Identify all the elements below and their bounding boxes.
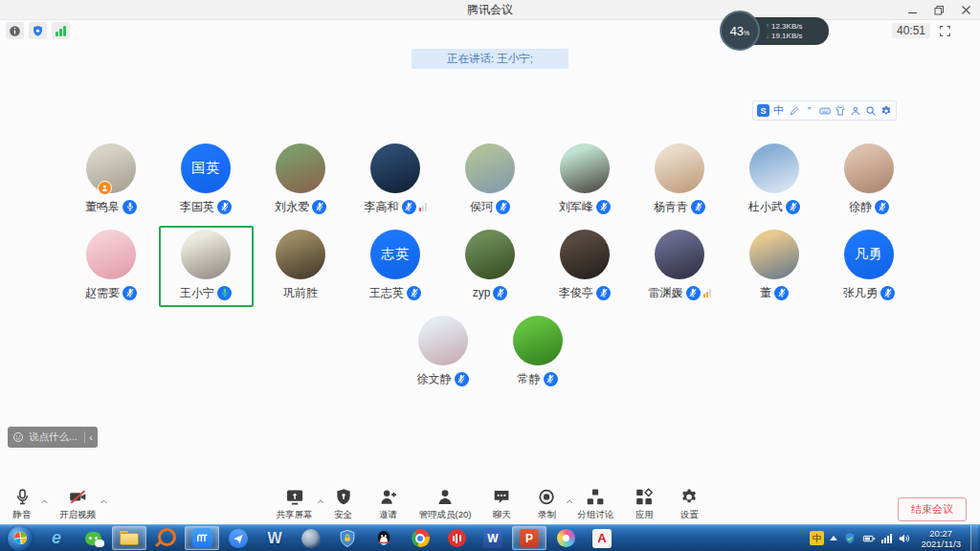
volume-icon[interactable]	[898, 532, 911, 545]
participant-tile[interactable]: 赵需要	[64, 226, 159, 307]
restore-button[interactable]	[928, 1, 949, 18]
control-label: 管理成员(20)	[419, 509, 472, 521]
participant-tile[interactable]: 常静	[490, 312, 585, 393]
taskbar-item-internet-explorer[interactable]: e	[39, 526, 74, 550]
ime-toolbar[interactable]: S中”	[752, 100, 897, 121]
participant-tile[interactable]: 杨青青	[633, 140, 727, 221]
network-icon[interactable]	[881, 533, 892, 543]
minimize-button[interactable]	[902, 1, 923, 18]
control-gear[interactable]: 设置	[675, 486, 703, 521]
participant-tile[interactable]: 巩前胜	[254, 226, 348, 307]
chevron-up-icon[interactable]	[565, 493, 573, 510]
tray-expand-icon[interactable]	[830, 536, 837, 540]
mic-muted-icon	[596, 200, 611, 214]
avatar: 志英	[370, 230, 420, 279]
info-icon[interactable]	[6, 22, 24, 39]
keyboard-icon[interactable]	[818, 104, 831, 117]
participant-tile[interactable]: 徐文静	[395, 312, 490, 393]
participant-tile[interactable]: 志英王志英	[348, 226, 443, 307]
chevron-up-icon[interactable]	[40, 493, 49, 510]
participant-name: 李俊亭	[559, 285, 593, 301]
search-icon[interactable]	[864, 104, 877, 117]
taskbar-item-chrome[interactable]	[403, 526, 437, 550]
cpu-usage-badge: 43%	[720, 11, 760, 51]
ime-logo-icon[interactable]: S	[757, 104, 769, 117]
network-quality-icon[interactable]	[52, 22, 70, 39]
participant-tile[interactable]: 李俊亭	[538, 226, 633, 307]
participant-tile[interactable]: 董	[727, 226, 822, 307]
participant-name: 杨青青	[654, 199, 688, 215]
taskbar-item-send-app[interactable]	[221, 526, 256, 550]
chevron-up-icon[interactable]	[317, 493, 325, 510]
taskbar-item-wechat[interactable]	[76, 526, 110, 550]
participant-label: 雷渊媛	[649, 285, 711, 300]
taskbar-item-explorer[interactable]	[112, 526, 146, 550]
participant-label: 张凡勇	[843, 285, 895, 300]
participant-row: 董鸣皋国英李国英刘永爱李高和侯珂刘军峰杨青青杜小武徐静	[0, 140, 980, 221]
chevron-up-icon[interactable]	[100, 493, 108, 510]
participant-tile[interactable]: 凡勇张凡勇	[822, 226, 917, 307]
taskbar-item-media-red[interactable]	[439, 526, 474, 550]
close-button[interactable]	[955, 1, 976, 18]
mic-muted-icon	[686, 286, 701, 300]
ime-indicator-icon[interactable]: 中	[810, 531, 824, 545]
quick-chat-bar[interactable]: 说点什么... ‹	[8, 427, 98, 448]
taskbar-item-word[interactable]: W	[476, 526, 510, 550]
participant-tile[interactable]: 王小宁	[159, 226, 254, 307]
taskbar-item-globe-app[interactable]	[294, 526, 328, 550]
show-desktop-button[interactable]	[970, 525, 978, 551]
power-icon[interactable]	[862, 532, 876, 545]
participant-tile[interactable]: 徐静	[822, 140, 917, 221]
participant-tile[interactable]: 刘永爱	[254, 140, 348, 221]
participant-tile[interactable]: 雷渊媛	[633, 226, 727, 307]
security-check-icon[interactable]	[843, 532, 857, 545]
end-meeting-button[interactable]: 结束会议	[898, 497, 967, 521]
taskbar-item-start[interactable]	[3, 526, 37, 550]
account-icon[interactable]	[849, 104, 861, 117]
participant-tile[interactable]: 董鸣皋	[64, 140, 159, 221]
control-members[interactable]: 管理成员(20)	[419, 486, 472, 521]
avatar	[655, 230, 704, 279]
gear-icon[interactable]	[880, 104, 892, 117]
taskbar-item-tencent-meeting[interactable]	[185, 526, 219, 550]
window-title: 腾讯会议	[0, 0, 980, 19]
participant-tile[interactable]: 杜小武	[727, 140, 822, 221]
mic-muted-icon	[596, 286, 611, 300]
participant-tile[interactable]: 侯珂	[443, 140, 538, 221]
collapse-chat-icon[interactable]: ‹	[89, 431, 93, 443]
wps-icon: W	[267, 530, 281, 547]
participant-label: 刘永爱	[275, 199, 326, 214]
participant-tile[interactable]: 国英李国英	[159, 140, 254, 221]
avatar	[749, 143, 799, 193]
participant-tile[interactable]: 李高和	[348, 140, 443, 221]
control-share-screen[interactable]: 共享屏幕	[277, 486, 313, 521]
taskbar-item-qq[interactable]	[367, 526, 401, 550]
control-camera-off[interactable]: 开启视频	[59, 486, 96, 521]
punctuation-icon[interactable]: ”	[803, 104, 815, 117]
control-apps[interactable]: 应用	[630, 486, 658, 521]
participant-tile[interactable]: 刘军峰	[538, 140, 633, 221]
fullscreen-icon[interactable]	[939, 25, 951, 37]
control-record[interactable]: 录制	[532, 486, 561, 521]
chat-input-placeholder[interactable]: 说点什么...	[29, 430, 80, 444]
control-invite[interactable]: 邀请	[374, 486, 403, 521]
taskbar-item-acrobat[interactable]: A	[585, 526, 619, 550]
control-mic[interactable]: 静音	[8, 486, 36, 521]
tray-clock[interactable]: 20:272021/11/3	[921, 528, 961, 549]
participant-tile[interactable]: zyp	[443, 226, 538, 307]
mic-muted-icon	[786, 200, 800, 214]
avatar	[276, 230, 325, 279]
control-breakout[interactable]: 分组讨论	[577, 486, 613, 521]
taskbar-item-powerpoint[interactable]: P	[512, 526, 546, 550]
taskbar-item-search[interactable]	[148, 526, 183, 550]
taskbar-item-wps[interactable]: W	[257, 526, 292, 550]
control-shield[interactable]: 安全	[329, 486, 358, 521]
taskbar-item-paint[interactable]	[548, 526, 583, 550]
control-chat[interactable]: 聊天	[487, 486, 516, 521]
emoji-icon[interactable]	[12, 431, 24, 443]
skin-icon[interactable]	[834, 104, 846, 117]
chinese-mode-icon[interactable]: 中	[772, 104, 785, 117]
taskbar-item-security-lock[interactable]	[330, 526, 365, 550]
security-shield-icon[interactable]	[29, 22, 47, 39]
handwriting-icon[interactable]	[788, 104, 800, 117]
